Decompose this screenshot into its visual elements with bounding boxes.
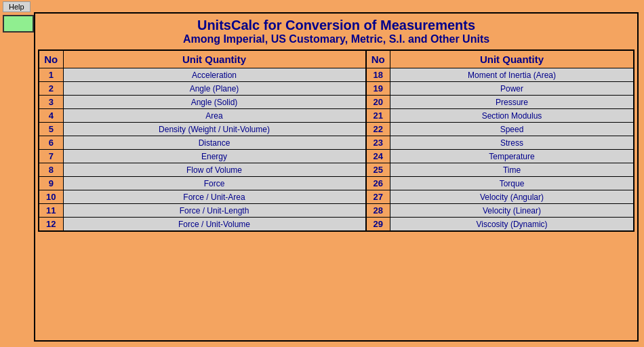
title-section: UnitsCalc for Conversion of Measurements… <box>35 14 637 47</box>
row-no-right: 25 <box>366 163 390 177</box>
row-no-right: 28 <box>366 204 390 218</box>
row-qty-left[interactable]: Force / Unit-Area <box>63 190 366 204</box>
row-no-left: 3 <box>39 96 63 109</box>
row-qty-left[interactable]: Force / Unit-Length <box>63 204 366 218</box>
row-no-left: 8 <box>39 163 63 177</box>
row-qty-right[interactable]: Velocity (Linear) <box>390 204 635 218</box>
title-line2: Among Imperial, US Customary, Metric, S.… <box>38 33 635 45</box>
row-no-right: 20 <box>366 96 390 109</box>
row-no-left: 12 <box>39 218 63 232</box>
row-no-left: 10 <box>39 190 63 204</box>
row-qty-right[interactable]: Viscosity (Dynamic) <box>390 218 635 232</box>
row-qty-right[interactable]: Section Modulus <box>390 109 635 123</box>
row-qty-right[interactable]: Torque <box>390 177 635 190</box>
row-qty-left[interactable]: Energy <box>63 150 366 163</box>
row-no-left: 11 <box>39 204 63 218</box>
title-line1: UnitsCalc for Conversion of Measurements <box>38 18 635 33</box>
row-no-right: 26 <box>366 177 390 190</box>
row-no-left: 7 <box>39 150 63 163</box>
row-qty-right[interactable]: Speed <box>390 123 635 136</box>
main-table: No Unit Quantity No Unit Quantity 1Accel… <box>38 49 635 232</box>
header-no-left: No <box>39 50 63 68</box>
row-qty-left[interactable]: Density (Weight / Unit-Volume) <box>63 123 366 136</box>
row-no-left: 2 <box>39 82 63 96</box>
row-qty-right[interactable]: Power <box>390 82 635 96</box>
row-qty-left[interactable]: Force / Unit-Volume <box>63 218 366 232</box>
row-no-left: 6 <box>39 136 63 150</box>
row-no-right: 29 <box>366 218 390 232</box>
row-qty-right[interactable]: Moment of Inertia (Area) <box>390 68 635 82</box>
row-no-right: 23 <box>366 136 390 150</box>
row-no-right: 19 <box>366 82 390 96</box>
row-qty-left[interactable]: Acceleration <box>63 68 366 82</box>
row-no-right: 21 <box>366 109 390 123</box>
green-box <box>3 15 34 33</box>
main-container: UnitsCalc for Conversion of Measurements… <box>34 12 639 342</box>
row-qty-left[interactable]: Angle (Solid) <box>63 96 366 109</box>
row-qty-right[interactable]: Stress <box>390 136 635 150</box>
row-no-left: 5 <box>39 123 63 136</box>
row-qty-left[interactable]: Force <box>63 177 366 190</box>
row-no-left: 1 <box>39 68 63 82</box>
table-wrapper: No Unit Quantity No Unit Quantity 1Accel… <box>35 47 637 234</box>
row-no-right: 18 <box>366 68 390 82</box>
row-no-left: 9 <box>39 177 63 190</box>
row-qty-right[interactable]: Velocity (Angular) <box>390 190 635 204</box>
row-qty-left[interactable]: Area <box>63 109 366 123</box>
header-no-right: No <box>366 50 390 68</box>
row-no-left: 4 <box>39 109 63 123</box>
header-qty-right: Unit Quantity <box>390 50 635 68</box>
row-qty-right[interactable]: Temperature <box>390 150 635 163</box>
row-no-right: 24 <box>366 150 390 163</box>
row-qty-right[interactable]: Pressure <box>390 96 635 109</box>
row-qty-left[interactable]: Angle (Plane) <box>63 82 366 96</box>
header-qty-left: Unit Quantity <box>63 50 366 68</box>
row-qty-left[interactable]: Distance <box>63 136 366 150</box>
help-button[interactable]: Help <box>3 1 31 12</box>
row-qty-left[interactable]: Flow of Volume <box>63 163 366 177</box>
row-qty-right[interactable]: Time <box>390 163 635 177</box>
row-no-right: 27 <box>366 190 390 204</box>
row-no-right: 22 <box>366 123 390 136</box>
